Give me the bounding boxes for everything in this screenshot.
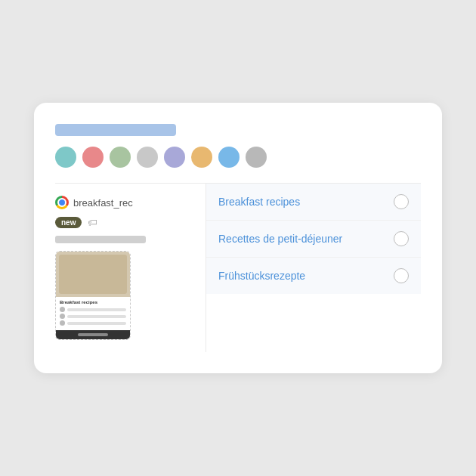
tags-row: new 🏷 xyxy=(55,217,193,228)
file-name: breakfast_rec xyxy=(73,197,133,209)
option-row-3[interactable]: Frühstücksrezepte xyxy=(206,258,421,294)
preview-avatar-3 xyxy=(60,320,65,326)
text-bar-decoration xyxy=(55,236,146,243)
color-dot-sage[interactable] xyxy=(110,147,131,168)
preview-line-3 xyxy=(60,320,126,326)
preview-text-line-2 xyxy=(67,315,126,318)
preview-footer-bar xyxy=(78,333,108,336)
right-panel: Breakfast recipes Recettes de petit-déje… xyxy=(206,184,421,352)
chrome-icon xyxy=(55,196,69,209)
preview-image-inner xyxy=(59,255,127,294)
preview-content: Breakfast recipes xyxy=(56,297,130,330)
preview-image xyxy=(56,252,130,297)
preview-avatar-1 xyxy=(60,307,65,312)
file-header: breakfast_rec xyxy=(55,196,193,209)
preview-card: Breakfast recipes xyxy=(55,251,131,340)
preview-title: Breakfast recipes xyxy=(60,300,126,304)
option-label-2: Recettes de petit-déjeuner xyxy=(218,233,342,245)
color-dot-lavender[interactable] xyxy=(164,147,185,168)
option-row-1[interactable]: Breakfast recipes xyxy=(206,184,421,221)
content-row: breakfast_rec new 🏷 Breakfast recipes xyxy=(55,183,421,352)
radio-1[interactable] xyxy=(394,194,409,209)
color-dot-skyblue[interactable] xyxy=(218,147,240,168)
tag-icon: 🏷 xyxy=(88,217,97,228)
radio-3[interactable] xyxy=(394,268,409,283)
color-dot-peach[interactable] xyxy=(191,147,212,168)
left-panel: breakfast_rec new 🏷 Breakfast recipes xyxy=(55,184,206,352)
color-dot-gray[interactable] xyxy=(246,147,267,168)
color-dot-teal[interactable] xyxy=(55,147,76,168)
option-row-2[interactable]: Recettes de petit-déjeuner xyxy=(206,221,421,258)
title-bar-decoration xyxy=(55,124,176,136)
preview-footer xyxy=(56,330,130,339)
radio-2[interactable] xyxy=(394,231,409,246)
option-label-1: Breakfast recipes xyxy=(218,196,300,208)
preview-line-2 xyxy=(60,314,126,319)
preview-text-line-1 xyxy=(67,308,126,311)
preview-text-line-3 xyxy=(67,322,126,325)
option-label-3: Frühstücksrezepte xyxy=(218,270,305,282)
color-dot-lightgray[interactable] xyxy=(137,147,158,168)
preview-line-1 xyxy=(60,307,126,312)
top-bar xyxy=(55,124,421,168)
color-dot-rose[interactable] xyxy=(82,147,104,168)
main-card: breakfast_rec new 🏷 Breakfast recipes xyxy=(34,103,442,373)
preview-avatar-2 xyxy=(60,314,65,319)
color-palette xyxy=(55,147,421,168)
new-badge: new xyxy=(55,217,82,228)
